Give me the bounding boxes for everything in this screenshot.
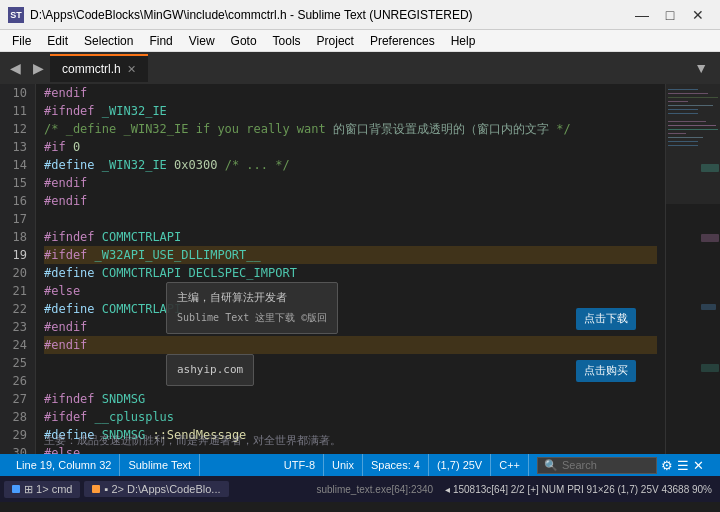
code-line-10: #endif [44,84,657,102]
menu-tools[interactable]: Tools [265,32,309,50]
popup2-text: ashyip.com [177,361,243,379]
code-line-26 [44,372,657,390]
line-num-17: 17 [8,210,27,228]
status-encoding[interactable]: UTF-8 [276,454,324,476]
tab-close-icon[interactable]: ✕ [127,63,136,76]
status-spaces[interactable]: Spaces: 4 [363,454,429,476]
status-line-col: Line 19, Column 32 [8,454,120,476]
minimize-button[interactable]: — [628,1,656,29]
menu-help[interactable]: Help [443,32,484,50]
line-num-14: 14 [8,156,27,174]
code-line-12: /* _define _WIN32_IE if you really want … [44,120,657,138]
line-num-12: 12 [8,120,27,138]
minimap-content [666,84,720,454]
code-line-23: #endif [44,318,657,336]
popup1-subtext: Sublime Text 这里下载 ©版回 [177,309,327,327]
popup1-text: 主编，自研算法开发者 [177,289,327,307]
code-line-30: #else [44,444,657,454]
popup2-buy-btn[interactable]: 点击购买 [576,360,636,382]
search-icon: 🔍 [544,459,558,472]
line-num-11: 11 [8,102,27,120]
code-line-17 [44,210,657,228]
code-line-29: #define SNDMSG ::SendMessage [44,426,657,444]
code-line-27: #ifndef SNDMSG [44,390,657,408]
overlay-popup-1: 主编，自研算法开发者 Sublime Text 这里下载 ©版回 [166,282,338,334]
code-line-15: #endif [44,174,657,192]
taskbar-right: sublime_text.exe[64]:2340 ◂ 150813c[64] … [312,484,716,495]
svg-rect-19 [701,364,719,372]
line-num-20: 20 [8,264,27,282]
popup2-btn-area: 点击购买 [576,356,636,382]
cmd-dot [12,485,20,493]
line-num-15: 15 [8,174,27,192]
app-icon: ST [8,7,24,23]
close-button[interactable]: ✕ [684,1,712,29]
line-numbers: 10 11 12 13 14 15 16 17 18 19 20 21 22 2… [0,84,36,454]
menu-selection[interactable]: Selection [76,32,141,50]
tab-bar: ◀ ▶ commctrl.h ✕ ▼ [0,52,720,84]
menu-goto[interactable]: Goto [223,32,265,50]
status-syntax[interactable]: C++ [491,454,529,476]
line-num-30: 30 [8,444,27,454]
code-line-18: #ifndef COMMCTRLAPI [44,228,657,246]
code-line-11: #ifndef _WIN32_IE [44,102,657,120]
tab-commctrl[interactable]: commctrl.h ✕ [50,54,148,82]
taskbar-cmd-btn[interactable]: ⊞ 1> cmd [4,481,80,498]
popup1-btn-area: 点击下载 [576,304,636,330]
svg-rect-18 [701,304,716,310]
code-line-19: #ifdef _W32API_USE_DLLIMPORT__ [44,246,657,264]
search-input[interactable] [562,459,652,471]
line-num-28: 28 [8,408,27,426]
line-num-16: 16 [8,192,27,210]
svg-rect-15 [666,84,720,204]
line-num-23: 23 [8,318,27,336]
line-num-18: 18 [8,228,27,246]
tab-label: commctrl.h [62,62,121,76]
tab-menu-icon[interactable]: ▼ [686,60,716,76]
status-sublimetext: Sublime Text [120,454,200,476]
menu-find[interactable]: Find [141,32,180,50]
overlay-popup-2: ashyip.com [166,354,254,386]
title-bar: ST D:\Apps\CodeBlocks\MinGW\include\comm… [0,0,720,30]
menu-file[interactable]: File [4,32,39,50]
line-num-21: 21 [8,282,27,300]
menu-view[interactable]: View [181,32,223,50]
svg-rect-17 [701,234,719,242]
line-num-24: 24 [8,336,27,354]
code-line-16: #endif [44,192,657,210]
status-line-ending[interactable]: Unix [324,454,363,476]
tray-info: ◂ 150813c[64] 2/2 [+] NUM PRI 91×26 (1,7… [441,484,716,495]
tab-back-arrow[interactable]: ◀ [4,60,27,76]
sublime-pid: sublime_text.exe[64]:2340 [312,484,437,495]
menu-edit[interactable]: Edit [39,32,76,50]
popup1-download-btn[interactable]: 点击下载 [576,308,636,330]
editor-area: 10 11 12 13 14 15 16 17 18 19 20 21 22 2… [0,84,720,454]
code-editor[interactable]: #endif #ifndef _WIN32_IE /* _define _WIN… [36,84,665,454]
taskbar: ⊞ 1> cmd ▪ 2> D:\Apps\CodeBlo... sublime… [0,476,720,502]
menu-bar: File Edit Selection Find View Goto Tools… [0,30,720,52]
maximize-button[interactable]: □ [656,1,684,29]
status-coords: (1,7) 25V [429,454,491,476]
line-num-13: 13 [8,138,27,156]
search-settings-icon[interactable]: ⚙ [661,458,673,473]
tab-forward-arrow[interactable]: ▶ [27,60,50,76]
taskbar-codeblocks-btn[interactable]: ▪ 2> D:\Apps\CodeBlo... [84,481,228,497]
menu-project[interactable]: Project [309,32,362,50]
menu-preferences[interactable]: Preferences [362,32,443,50]
line-num-22: 22 [8,300,27,318]
line-num-29: 29 [8,426,27,444]
line-num-19: 19 [8,246,27,264]
search-box[interactable]: 🔍 [537,457,657,474]
svg-rect-16 [701,164,719,172]
line-num-10: 10 [8,84,27,102]
code-line-21: #else [44,282,657,300]
taskbar-cmd-label: ⊞ 1> cmd [24,483,72,496]
code-line-25 [44,354,657,372]
cb-dot [92,485,100,493]
search-extra-icon[interactable]: ☰ [677,458,689,473]
line-num-26: 26 [8,372,27,390]
code-line-13: #if 0 [44,138,657,156]
minimap[interactable] [665,84,720,454]
status-bar: Line 19, Column 32 Sublime Text UTF-8 Un… [0,454,720,476]
search-close-icon[interactable]: ✕ [693,458,704,473]
